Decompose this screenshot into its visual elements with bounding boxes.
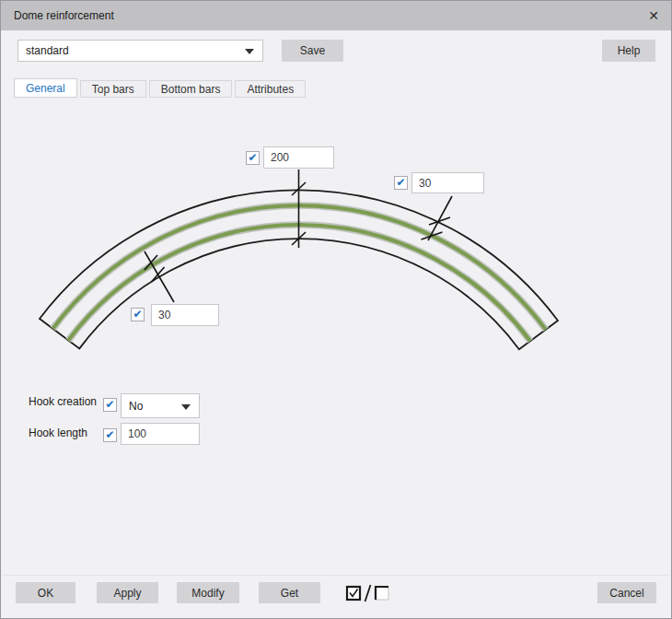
tab-attributes[interactable]: Attributes	[235, 80, 306, 98]
modify-button[interactable]: Modify	[177, 582, 239, 603]
check-icon: ✔	[396, 177, 405, 188]
thickness-input[interactable]	[263, 146, 334, 169]
cancel-button[interactable]: Cancel	[597, 582, 656, 603]
hook-creation-label: Hook creation	[29, 395, 97, 408]
apply-button[interactable]: Apply	[97, 582, 158, 603]
footer-separator	[2, 575, 670, 576]
bottom-cover-input[interactable]	[151, 304, 219, 326]
tab-bottom-bars[interactable]: Bottom bars	[149, 80, 233, 98]
window-title: Dome reinforcement	[14, 9, 114, 22]
dropdown-arrow-icon	[245, 49, 254, 54]
check-icon: ✔	[105, 429, 114, 440]
title-bar: Dome reinforcement	[1, 1, 671, 30]
ok-button[interactable]: OK	[16, 582, 75, 603]
hook-length-input[interactable]	[121, 423, 200, 445]
hook-length-checkbox[interactable]: ✔	[103, 428, 117, 442]
settings-combobox[interactable]: standard	[17, 40, 263, 62]
check-icon: ✔	[105, 399, 114, 410]
check-icon: ✔	[133, 309, 142, 320]
tab-general[interactable]: General	[14, 78, 77, 98]
dome-diagram	[1, 121, 672, 388]
tab-top-bars[interactable]: Top bars	[80, 80, 146, 98]
thickness-checkbox[interactable]: ✔	[246, 151, 260, 165]
settings-combobox-value: standard	[26, 44, 69, 57]
tab-bar: General Top bars Bottom bars Attributes	[14, 78, 306, 98]
top-cover-checkbox[interactable]: ✔	[394, 176, 408, 190]
help-button[interactable]: Help	[602, 40, 655, 62]
hook-creation-value: No	[129, 400, 143, 413]
dropdown-arrow-icon	[181, 404, 191, 410]
check-icon: ✔	[248, 152, 257, 163]
toggle-fields-icon[interactable]	[344, 583, 392, 603]
save-button[interactable]: Save	[282, 40, 343, 62]
dome-reinforcement-dialog: Dome reinforcement ✕ standard Save Help …	[0, 0, 672, 619]
close-icon[interactable]: ✕	[640, 1, 667, 30]
hook-creation-select[interactable]: No	[121, 393, 200, 418]
hook-length-label: Hook length	[29, 426, 87, 439]
bottom-cover-checkbox[interactable]: ✔	[131, 308, 145, 321]
hook-creation-checkbox[interactable]: ✔	[103, 398, 117, 412]
get-button[interactable]: Get	[259, 582, 320, 603]
top-cover-input[interactable]	[411, 172, 484, 193]
